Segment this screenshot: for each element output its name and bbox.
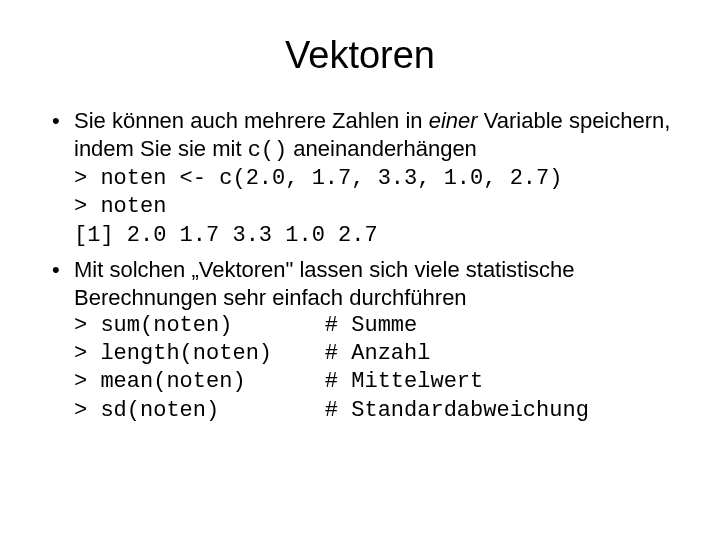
bullet1-em: einer	[429, 108, 478, 133]
slide: Vektoren Sie können auch mehrere Zahlen …	[0, 0, 720, 540]
code-block-2: > sum(noten) # Summe > length(noten) # A…	[74, 312, 672, 425]
slide-title: Vektoren	[48, 34, 672, 77]
code-block-1: > noten <- c(2.0, 1.7, 3.3, 1.0, 2.7) > …	[74, 165, 672, 249]
bullet2-text: Mit solchen „Vektoren" lassen sich viele…	[74, 257, 575, 310]
bullet-list: Sie können auch mehrere Zahlen in einer …	[48, 107, 672, 425]
bullet1-inline-code: c()	[248, 138, 288, 163]
bullet1-text-1: Sie können auch mehrere Zahlen in	[74, 108, 429, 133]
bullet-item-1: Sie können auch mehrere Zahlen in einer …	[48, 107, 672, 250]
bullet1-text-3: aneinanderhängen	[287, 136, 477, 161]
bullet-item-2: Mit solchen „Vektoren" lassen sich viele…	[48, 256, 672, 425]
